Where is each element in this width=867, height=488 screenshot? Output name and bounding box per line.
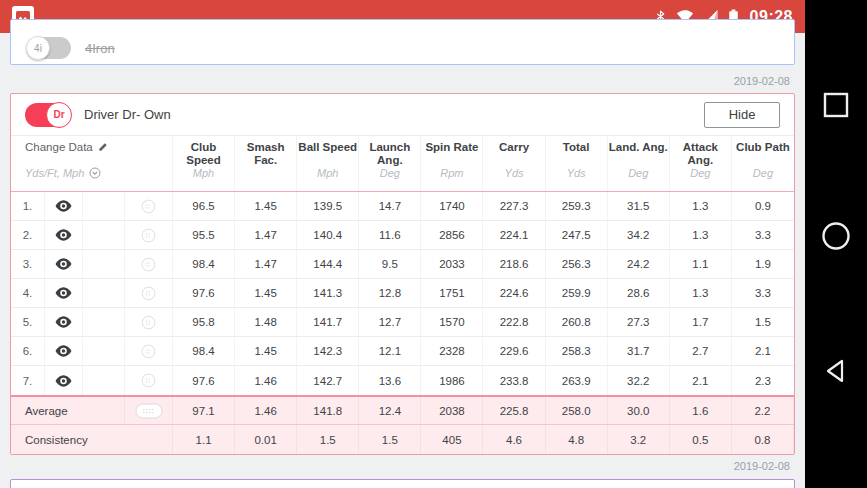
chevron-circle-icon (89, 167, 101, 179)
value-cell-4: 1740 (421, 192, 483, 220)
column-header-5: Carry (483, 136, 545, 167)
value-cell-8: 2.7 (670, 337, 732, 365)
column-unit-4: Rpm (421, 167, 483, 191)
average-value-3: 12.4 (359, 397, 421, 424)
value-cell-1: 1.45 (235, 279, 297, 307)
average-value-7: 30.0 (608, 397, 670, 424)
hide-button[interactable]: Hide (704, 102, 780, 128)
table-row: 2.95.51.47140.411.62856224.1247.534.21.3… (11, 221, 794, 250)
value-cell-3: 14.7 (359, 192, 421, 220)
value-cell-9: 2.1 (732, 337, 794, 365)
media-button[interactable] (125, 192, 173, 220)
value-cell-1: 1.45 (235, 337, 297, 365)
media-button[interactable] (125, 337, 173, 365)
value-cell-2: 141.7 (297, 308, 359, 336)
value-cell-4: 2328 (421, 337, 483, 365)
media-circle-icon (141, 228, 156, 243)
value-cell-6: 258.3 (546, 337, 608, 365)
visibility-toggle[interactable] (45, 221, 83, 249)
value-cell-1: 1.47 (235, 250, 297, 278)
column-header-6: Total (546, 136, 608, 167)
column-unit-7: Deg (608, 167, 670, 191)
column-unit-9: Deg (732, 167, 794, 191)
scroll-area[interactable]: 4i 4Iron 2019-02-08 Dr Driver Dr- Own Hi… (0, 33, 805, 488)
visibility-toggle[interactable] (45, 366, 83, 395)
average-media-button[interactable] (125, 397, 173, 424)
units-selector[interactable]: Yds/Ft, Mph (11, 167, 173, 191)
home-circle-icon (821, 221, 851, 251)
value-cell-3: 9.5 (359, 250, 421, 278)
consistency-value-8: 0.5 (670, 425, 732, 454)
value-cell-7: 28.6 (608, 279, 670, 307)
consistency-value-5: 4.6 (483, 425, 545, 454)
average-value-9: 2.2 (732, 397, 794, 424)
value-cell-9: 1.5 (732, 308, 794, 336)
back-button[interactable] (823, 357, 849, 389)
media-circle-icon (141, 373, 156, 388)
club-card-4iron: 4i 4Iron (10, 19, 795, 65)
column-header-1: Smash Fac. (235, 136, 297, 167)
consistency-value-3: 1.5 (359, 425, 421, 454)
visibility-eye-icon (55, 287, 72, 299)
value-cell-9: 3.3 (732, 221, 794, 249)
visibility-toggle[interactable] (45, 279, 83, 307)
value-cell-0: 95.5 (173, 221, 235, 249)
media-button[interactable] (125, 366, 173, 395)
media-circle-icon (141, 199, 156, 214)
value-cell-5: 224.6 (483, 279, 545, 307)
average-label: Average (11, 397, 125, 424)
consistency-value-2: 1.5 (297, 425, 359, 454)
average-value-8: 1.6 (670, 397, 732, 424)
visibility-eye-icon (55, 258, 72, 270)
average-value-2: 141.8 (297, 397, 359, 424)
value-cell-5: 224.1 (483, 221, 545, 249)
average-value-1: 1.46 (235, 397, 297, 424)
visibility-toggle[interactable] (45, 337, 83, 365)
value-cell-6: 256.3 (546, 250, 608, 278)
spacer-cell (83, 308, 125, 336)
screen: 09:28 4i 4Iron 2019-02-08 Dr Driver Dr- … (0, 0, 867, 488)
value-cell-7: 24.2 (608, 250, 670, 278)
value-cell-6: 259.9 (546, 279, 608, 307)
club-toggle-4i[interactable]: 4i (27, 37, 71, 59)
table-row: 5.95.81.48141.712.71570222.8260.827.31.7… (11, 308, 794, 337)
consistency-value-4: 405 (421, 425, 483, 454)
visibility-toggle[interactable] (45, 192, 83, 220)
consistency-value-0: 1.1 (173, 425, 235, 454)
club-label-4iron: 4Iron (85, 41, 115, 56)
media-button[interactable] (125, 250, 173, 278)
change-data-button[interactable]: Change Data (11, 136, 173, 167)
column-unit-1 (235, 167, 297, 191)
consistency-label: Consistency (11, 425, 173, 454)
value-cell-3: 12.7 (359, 308, 421, 336)
session-date: 2019-02-08 (734, 460, 790, 472)
table-units-row: Yds/Ft, Mph MphMphDegRpmYdsYdsDegDegDeg (11, 167, 794, 192)
value-cell-5: 227.3 (483, 192, 545, 220)
media-button[interactable] (125, 221, 173, 249)
value-cell-0: 97.6 (173, 366, 235, 395)
media-button[interactable] (125, 279, 173, 307)
value-cell-5: 222.8 (483, 308, 545, 336)
consistency-value-9: 0.8 (732, 425, 794, 454)
home-button[interactable] (821, 221, 851, 255)
value-cell-2: 142.3 (297, 337, 359, 365)
visibility-eye-icon (55, 229, 72, 241)
visibility-toggle[interactable] (45, 250, 83, 278)
recents-button[interactable] (823, 92, 849, 122)
column-unit-3: Deg (359, 167, 421, 191)
value-cell-7: 31.5 (608, 192, 670, 220)
visibility-toggle[interactable] (45, 308, 83, 336)
value-cell-7: 34.2 (608, 221, 670, 249)
value-cell-4: 1986 (421, 366, 483, 395)
average-value-0: 97.1 (173, 397, 235, 424)
media-button[interactable] (125, 308, 173, 336)
media-pill-icon (135, 403, 163, 419)
spacer-cell (83, 366, 125, 395)
back-triangle-icon (823, 357, 849, 385)
value-cell-6: 263.9 (546, 366, 608, 395)
driver-card-header: Dr Driver Dr- Own Hide (11, 94, 794, 136)
value-cell-3: 11.6 (359, 221, 421, 249)
pencil-icon (98, 141, 109, 152)
spacer-cell (83, 279, 125, 307)
club-toggle-dr[interactable]: Dr (25, 103, 71, 127)
